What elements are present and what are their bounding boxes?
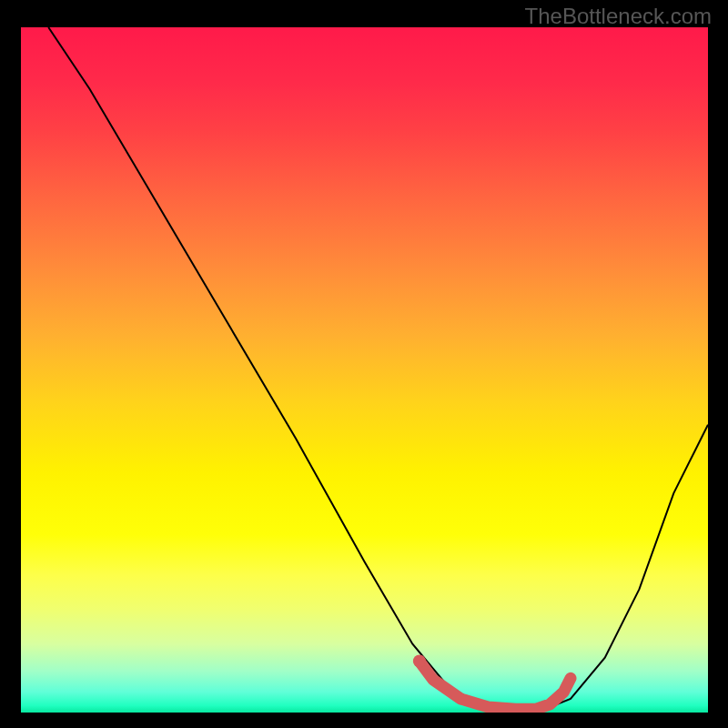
watermark-text: TheBottleneck.com (525, 4, 712, 29)
optimal-range-highlight (420, 662, 571, 710)
plot-area (21, 27, 708, 713)
curve-overlay (21, 27, 708, 713)
chart-container: TheBottleneck.com (0, 0, 728, 728)
optimal-range-dot (413, 655, 426, 668)
bottleneck-curve (48, 27, 708, 713)
